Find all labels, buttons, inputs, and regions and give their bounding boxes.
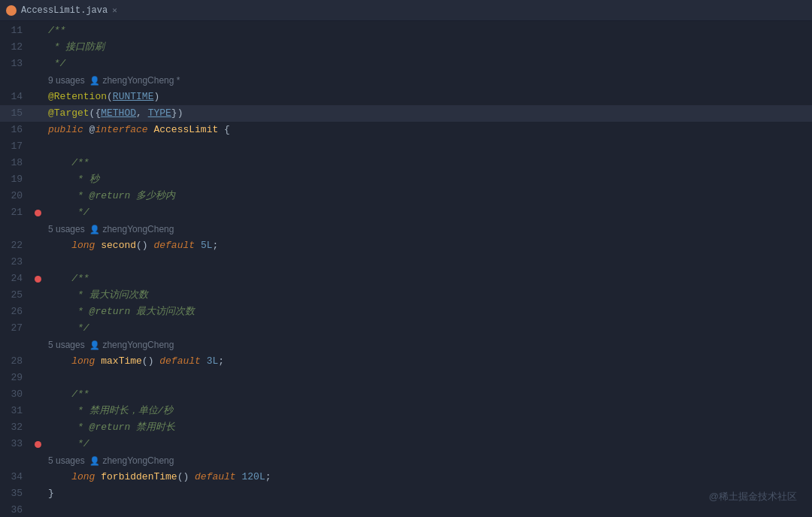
- line-number: 11: [0, 23, 32, 39]
- editor-area: 11/**12 * 接口防刷13 */9 usages 👤 zhengYongC…: [0, 21, 812, 517]
- code-line: 18 /**: [0, 155, 812, 171]
- line-number: 21: [0, 204, 32, 221]
- code-line: 21 */: [0, 204, 812, 221]
- line-number: 22: [0, 237, 32, 254]
- line-content: * @return 多少秒内: [44, 188, 175, 204]
- code-line: 9 usages 👤 zhengYongCheng *: [0, 72, 812, 89]
- line-content: */: [44, 204, 89, 221]
- code-line: 19 * 秒: [0, 171, 812, 188]
- tab-close-button[interactable]: ✕: [112, 5, 117, 15]
- line-number: 30: [0, 386, 32, 403]
- line-number: 18: [0, 155, 32, 171]
- code-line: 29: [0, 370, 812, 386]
- line-content: * 接口防刷: [44, 39, 105, 56]
- code-line: 17: [0, 138, 812, 155]
- line-number: 13: [0, 56, 32, 72]
- line-content: 5 usages 👤 zhengYongCheng: [44, 221, 174, 237]
- line-content: * 最大访问次数: [44, 287, 148, 304]
- line-number: 29: [0, 370, 32, 386]
- line-content: long forbiddenTime() default 120L;: [44, 469, 271, 485]
- line-content: /**: [44, 271, 89, 287]
- line-number: 17: [0, 138, 32, 155]
- line-content: */: [44, 56, 65, 72]
- line-number: 15: [0, 105, 32, 122]
- line-content: */: [44, 436, 89, 452]
- line-content: /**: [44, 23, 65, 39]
- line-number: 27: [0, 320, 32, 337]
- line-content: */: [44, 320, 89, 337]
- code-line: 28 long maxTime() default 3L;: [0, 353, 812, 370]
- code-line: 5 usages 👤 zhengYongCheng: [0, 452, 812, 469]
- code-line: 20 * @return 多少秒内: [0, 188, 812, 204]
- breakpoint-dot: [35, 276, 41, 283]
- line-content: long second() default 5L;: [44, 237, 218, 254]
- line-number: 20: [0, 188, 32, 204]
- code-line: 14@Retention(RUNTIME): [0, 89, 812, 105]
- code-line: 27 */: [0, 320, 812, 337]
- line-number: 36: [0, 502, 32, 517]
- code-line: 36: [0, 502, 812, 517]
- breakpoint-dot: [35, 441, 41, 448]
- line-number: 14: [0, 89, 32, 105]
- line-content: * 禁用时长，单位/秒: [44, 403, 173, 419]
- code-line: 11/**: [0, 23, 812, 39]
- line-number: 31: [0, 403, 32, 419]
- code-line: 26 * @return 最大访问次数: [0, 304, 812, 320]
- line-content: }: [44, 485, 54, 502]
- code-line: 22 long second() default 5L;: [0, 237, 812, 254]
- line-number: 23: [0, 254, 32, 271]
- line-content: * @return 最大访问次数: [44, 304, 195, 320]
- breakpoint-dot: [35, 210, 41, 216]
- line-number: 34: [0, 469, 32, 485]
- code-line: 32 * @return 禁用时长: [0, 419, 812, 436]
- code-line: 24 /**: [0, 271, 812, 287]
- tab-filename: AccessLimit.java: [21, 5, 108, 16]
- line-number: 25: [0, 287, 32, 304]
- line-content: /**: [44, 155, 89, 171]
- line-number: 16: [0, 122, 32, 138]
- line-content: 5 usages 👤 zhengYongCheng: [44, 337, 174, 353]
- code-line: 13 */: [0, 56, 812, 72]
- line-number: 35: [0, 485, 32, 502]
- code-line: 30 /**: [0, 386, 812, 403]
- line-number: 12: [0, 39, 32, 56]
- code-line: 5 usages 👤 zhengYongCheng: [0, 221, 812, 237]
- code-line: 34 long forbiddenTime() default 120L;: [0, 469, 812, 485]
- line-number: 19: [0, 171, 32, 188]
- line-number: 33: [0, 436, 32, 452]
- line-content: @Target({METHOD, TYPE}): [44, 105, 183, 122]
- code-line: 15@Target({METHOD, TYPE}): [0, 105, 812, 122]
- line-content: /**: [44, 386, 89, 403]
- line-content: * 秒: [44, 171, 99, 188]
- watermark: @稀土掘金技术社区: [709, 490, 797, 503]
- code-line: 23: [0, 254, 812, 271]
- title-bar: AccessLimit.java ✕: [0, 0, 812, 21]
- line-content: @Retention(RUNTIME): [44, 89, 159, 105]
- code-line: 5 usages 👤 zhengYongCheng: [0, 337, 812, 353]
- code-line: 31 * 禁用时长，单位/秒: [0, 403, 812, 419]
- tab-icon: [6, 5, 17, 16]
- code-line: 35}: [0, 485, 812, 502]
- code-line: 33 */: [0, 436, 812, 452]
- line-content: * @return 禁用时长: [44, 419, 175, 436]
- line-number: 24: [0, 271, 32, 287]
- code-line: 16public @interface AccessLimit {: [0, 122, 812, 138]
- line-number: 28: [0, 353, 32, 370]
- code-line: 25 * 最大访问次数: [0, 287, 812, 304]
- line-number: 26: [0, 304, 32, 320]
- line-content: 9 usages 👤 zhengYongCheng *: [44, 72, 180, 89]
- line-content: long maxTime() default 3L;: [44, 353, 224, 370]
- line-number: 32: [0, 419, 32, 436]
- line-content: public @interface AccessLimit {: [44, 122, 230, 138]
- line-content: 5 usages 👤 zhengYongCheng: [44, 452, 174, 469]
- code-line: 12 * 接口防刷: [0, 39, 812, 56]
